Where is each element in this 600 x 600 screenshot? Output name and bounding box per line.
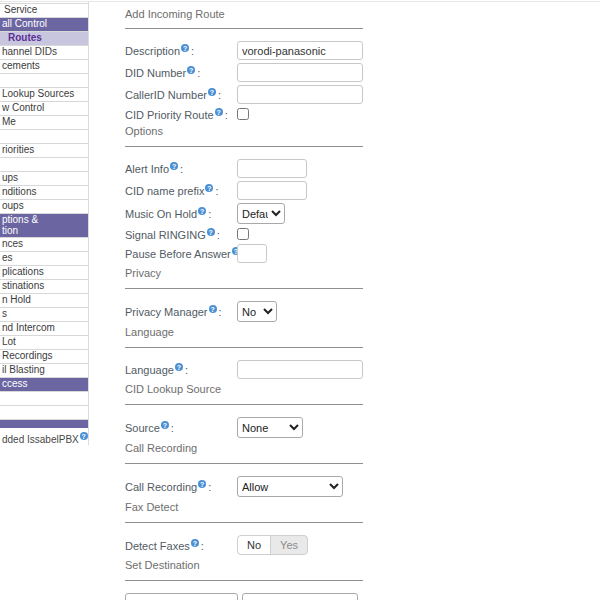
- cid-priority-checkbox[interactable]: [237, 108, 249, 120]
- section-privacy: Privacy: [125, 267, 363, 280]
- destination-row: Extensions <311> 311: [125, 593, 363, 600]
- divider: [125, 28, 363, 29]
- sidebar-item-channel-dids[interactable]: hannel DIDs: [0, 46, 88, 60]
- detect-faxes-no-option[interactable]: No: [238, 536, 271, 554]
- field-did-number-row: DID Number?:: [125, 63, 363, 82]
- language-input[interactable]: [237, 360, 363, 379]
- divider: [125, 288, 363, 289]
- field-music-on-hold-row: Music On Hold?: Default: [125, 203, 363, 224]
- section-language: Language: [125, 326, 363, 339]
- description-input[interactable]: [237, 41, 363, 60]
- sidebar-item-blank: [0, 406, 88, 420]
- sidebar-item-service[interactable]: Service: [0, 4, 88, 18]
- sidebar-item-applications[interactable]: plications: [0, 266, 88, 280]
- help-icon[interactable]: ?: [198, 480, 206, 488]
- did-number-label: DID Number?:: [125, 66, 237, 79]
- sidebar-item-groups[interactable]: ups: [0, 172, 88, 186]
- section-cid-lookup-source: CID Lookup Source: [125, 383, 363, 396]
- sidebar-section-call-control[interactable]: all Control: [0, 18, 88, 32]
- sidebar-item-pin-sets[interactable]: s: [0, 308, 88, 322]
- language-label: Language?:: [125, 363, 237, 376]
- call-recording-label: Call Recording?:: [125, 480, 237, 493]
- detect-faxes-yes-option[interactable]: Yes: [271, 536, 307, 554]
- sidebar-item-routes[interactable]: Routes: [0, 32, 88, 46]
- privacy-manager-select[interactable]: No: [237, 301, 277, 322]
- sidebar-item-flow-control[interactable]: w Control: [0, 102, 88, 116]
- section-fax-detect: Fax Detect: [125, 501, 363, 514]
- divider: [125, 347, 363, 348]
- section-options: Options: [125, 125, 363, 138]
- help-icon[interactable]: ?: [205, 184, 213, 192]
- cid-name-prefix-label: CID name prefix?:: [125, 184, 237, 197]
- sidebar-purple-bar: [0, 420, 88, 428]
- help-icon[interactable]: ?: [175, 363, 183, 371]
- pause-before-answer-input[interactable]: [237, 244, 267, 263]
- music-on-hold-select[interactable]: Default: [237, 203, 285, 224]
- sidebar-item-announcements[interactable]: cements: [0, 60, 88, 74]
- section-call-recording: Call Recording: [125, 442, 363, 455]
- sidebar-item-blank: [0, 158, 88, 172]
- sidebar-item-blank: [0, 74, 88, 88]
- help-icon[interactable]: ?: [208, 88, 216, 96]
- description-label: Description?:: [125, 44, 237, 57]
- music-on-hold-label: Music On Hold?:: [125, 207, 237, 220]
- field-privacy-manager-row: Privacy Manager?: No: [125, 301, 363, 322]
- sidebar-item-voicemail-blasting[interactable]: il Blasting: [0, 364, 88, 378]
- field-source-row: Source?: None: [125, 417, 363, 438]
- sidebar-item-priorities[interactable]: riorities: [0, 144, 88, 158]
- help-icon[interactable]: ?: [80, 432, 88, 440]
- sidebar-item-parking-lot[interactable]: Lot: [0, 336, 88, 350]
- alert-info-label: Alert Info?:: [125, 162, 237, 175]
- sidebar-item-follow-me[interactable]: Me: [0, 116, 88, 130]
- field-signal-ringing-row: Signal RINGING?:: [125, 227, 363, 241]
- sidebar-section-options-configuration[interactable]: ptions &tion: [0, 214, 88, 238]
- cid-priority-label: CID Priority Route?:: [125, 108, 237, 121]
- divider: [125, 463, 363, 464]
- source-label: Source?:: [125, 421, 237, 434]
- source-select[interactable]: None: [237, 417, 303, 438]
- field-alert-info-row: Alert Info?:: [125, 159, 363, 178]
- field-cid-name-prefix-row: CID name prefix?:: [125, 181, 363, 200]
- callerid-number-input[interactable]: [237, 85, 363, 104]
- sidebar-item-music-on-hold[interactable]: n Hold: [0, 294, 88, 308]
- add-incoming-route-form: Add Incoming Route Description?: DID Num…: [125, 0, 363, 600]
- sidebar-item-blank: [0, 130, 88, 144]
- sidebar-item-conditions[interactable]: nditions: [0, 186, 88, 200]
- detect-faxes-label: Detect Faxes?:: [125, 539, 237, 552]
- callerid-number-label: CallerID Number?:: [125, 88, 237, 101]
- alert-info-input[interactable]: [237, 159, 307, 178]
- field-language-row: Language?:: [125, 360, 363, 379]
- help-icon[interactable]: ?: [209, 305, 217, 313]
- sidebar-item-time-groups[interactable]: oups: [0, 200, 88, 214]
- help-icon[interactable]: ?: [191, 539, 199, 547]
- signal-ringing-label: Signal RINGING?:: [125, 228, 237, 241]
- help-icon[interactable]: ?: [187, 66, 195, 74]
- signal-ringing-checkbox[interactable]: [237, 228, 249, 240]
- sidebar-item-languages[interactable]: es: [0, 252, 88, 266]
- divider: [125, 580, 363, 581]
- sidebar-item-conferences[interactable]: nces: [0, 238, 88, 252]
- sidebar-item-embedded-issabelpbx[interactable]: dded IssabelPBX?: [0, 428, 88, 445]
- sidebar-item-lookup-sources[interactable]: Lookup Sources: [0, 88, 88, 102]
- help-icon[interactable]: ?: [207, 228, 215, 236]
- sidebar-item-paging-intercom[interactable]: nd Intercom: [0, 322, 88, 336]
- pause-before-answer-label: Pause Before Answer?:: [125, 247, 237, 260]
- destination-extension-select[interactable]: <311> 311: [242, 593, 358, 600]
- sidebar-menu: Service all Control Routes hannel DIDs c…: [0, 2, 89, 445]
- help-icon[interactable]: ?: [170, 162, 178, 170]
- cid-name-prefix-input[interactable]: [237, 181, 307, 200]
- help-icon[interactable]: ?: [181, 44, 189, 52]
- divider: [125, 146, 363, 147]
- sidebar-section-access[interactable]: ccess: [0, 378, 88, 392]
- help-icon[interactable]: ?: [161, 421, 169, 429]
- help-icon[interactable]: ?: [198, 207, 206, 215]
- help-icon[interactable]: ?: [215, 108, 223, 116]
- sidebar-item-recordings[interactable]: Recordings: [0, 350, 88, 364]
- call-recording-select[interactable]: Allow: [237, 476, 343, 497]
- divider: [125, 404, 363, 405]
- destination-category-select[interactable]: Extensions: [125, 593, 238, 600]
- field-call-recording-row: Call Recording?: Allow: [125, 476, 363, 497]
- field-cid-priority-row: CID Priority Route?:: [125, 107, 363, 121]
- sidebar-item-destinations[interactable]: stinations: [0, 280, 88, 294]
- did-number-input[interactable]: [237, 63, 363, 82]
